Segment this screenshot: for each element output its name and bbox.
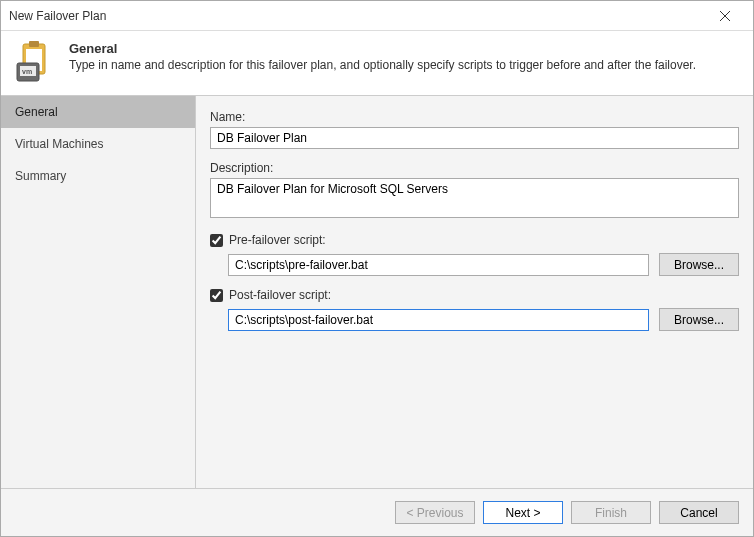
window-title: New Failover Plan xyxy=(9,9,705,23)
pre-script-label: Pre-failover script: xyxy=(229,233,326,247)
pre-script-path-input[interactable] xyxy=(228,254,649,276)
sidebar-item-summary[interactable]: Summary xyxy=(1,160,195,192)
footer: < Previous Next > Finish Cancel xyxy=(1,488,753,536)
sidebar-item-label: General xyxy=(15,105,58,119)
name-block: Name: xyxy=(210,110,739,149)
pre-script-checkbox[interactable] xyxy=(210,234,223,247)
pre-script-browse-button[interactable]: Browse... xyxy=(659,253,739,276)
name-label: Name: xyxy=(210,110,739,124)
clipboard-vm-icon: vm xyxy=(15,41,57,83)
close-button[interactable] xyxy=(705,2,745,30)
sidebar-item-label: Virtual Machines xyxy=(15,137,104,151)
page-title: General xyxy=(69,41,696,56)
sidebar-item-virtual-machines[interactable]: Virtual Machines xyxy=(1,128,195,160)
svg-text:vm: vm xyxy=(22,68,32,75)
titlebar: New Failover Plan xyxy=(1,1,753,31)
name-input[interactable] xyxy=(210,127,739,149)
close-icon xyxy=(720,11,730,21)
header: vm General Type in name and description … xyxy=(1,31,753,95)
body: General Virtual Machines Summary Name: D… xyxy=(1,95,753,488)
description-input[interactable] xyxy=(210,178,739,218)
next-button[interactable]: Next > xyxy=(483,501,563,524)
post-script-row: Browse... xyxy=(210,308,739,331)
pre-script-check-row: Pre-failover script: xyxy=(210,233,739,247)
page-description: Type in name and description for this fa… xyxy=(69,58,696,72)
pre-script-row: Browse... xyxy=(210,253,739,276)
cancel-button[interactable]: Cancel xyxy=(659,501,739,524)
description-label: Description: xyxy=(210,161,739,175)
sidebar-item-general[interactable]: General xyxy=(1,96,195,128)
wizard-sidebar: General Virtual Machines Summary xyxy=(1,96,196,488)
post-script-checkbox[interactable] xyxy=(210,289,223,302)
finish-button: Finish xyxy=(571,501,651,524)
header-text: General Type in name and description for… xyxy=(69,41,696,72)
post-script-browse-button[interactable]: Browse... xyxy=(659,308,739,331)
post-script-path-input[interactable] xyxy=(228,309,649,331)
previous-button: < Previous xyxy=(395,501,475,524)
dialog-window: New Failover Plan vm General Type in nam… xyxy=(0,0,754,537)
sidebar-item-label: Summary xyxy=(15,169,66,183)
description-block: Description: xyxy=(210,161,739,221)
main-panel: Name: Description: Pre-failover script: … xyxy=(196,96,753,488)
svg-rect-3 xyxy=(29,41,39,47)
post-script-label: Post-failover script: xyxy=(229,288,331,302)
post-script-check-row: Post-failover script: xyxy=(210,288,739,302)
